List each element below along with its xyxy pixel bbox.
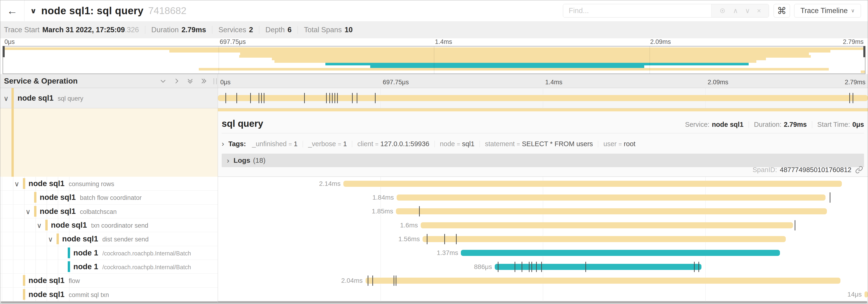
prev-match-icon[interactable]: ∧ xyxy=(733,7,738,14)
scrollbar-thumb[interactable] xyxy=(1,301,867,303)
span-bar[interactable] xyxy=(495,264,702,270)
trace-view-select[interactable]: Trace Timeline ∨ xyxy=(794,4,861,18)
minimap-left-handle[interactable] xyxy=(3,46,5,57)
log-marker-tick xyxy=(830,192,830,203)
divider xyxy=(145,26,145,34)
minimap-gridline xyxy=(434,46,434,73)
next-match-icon[interactable]: ∨ xyxy=(745,7,750,14)
tag-item: user=root xyxy=(603,140,636,148)
axis-tick-label: 2.79ms xyxy=(845,79,865,86)
span-tree-item[interactable]: ∨node sql1txn coordinator send xyxy=(0,218,218,232)
chevron-down-icon: ∨ xyxy=(851,8,855,14)
chevron-down-icon[interactable]: ∨ xyxy=(48,235,53,243)
span-timeline-cell: 1.84ms xyxy=(218,191,868,204)
collapse-one-icon[interactable] xyxy=(159,77,167,85)
span-bar[interactable] xyxy=(421,222,793,228)
span-bar[interactable] xyxy=(343,181,842,187)
span-bar[interactable] xyxy=(218,95,868,101)
span-tree-item[interactable]: node sql1commit sql txn xyxy=(0,288,218,301)
axis-tick-label: 1.4ms xyxy=(545,79,562,86)
trace-info-label: Depth xyxy=(265,26,285,34)
trace-info-label: Duration xyxy=(151,26,179,34)
log-marker-tick xyxy=(357,93,358,103)
collapse-trace-icon[interactable]: ∨ xyxy=(30,6,37,15)
span-tree-item[interactable]: ∨node sql1consuming rows xyxy=(0,177,218,191)
logs-toggle[interactable]: › Logs (18) xyxy=(222,154,864,167)
tags-row[interactable]: › Tags: _unfinished=1_verbose=1client=12… xyxy=(222,139,864,148)
span-tree-item[interactable]: ∨node sql1dist sender send xyxy=(0,232,218,246)
panel-divider[interactable] xyxy=(218,74,218,304)
collapse-all-icon[interactable] xyxy=(186,77,194,85)
locate-icon[interactable] xyxy=(719,7,726,14)
back-button[interactable]: ← xyxy=(0,0,25,21)
span-tree-item[interactable]: node 1/cockroach.roachpb.Internal/Batch xyxy=(0,260,218,274)
chevron-down-icon[interactable]: ∨ xyxy=(3,94,9,102)
minimap-canvas[interactable] xyxy=(3,46,865,74)
service-operation-header: Service & Operation xyxy=(0,74,218,88)
expand-tags-icon[interactable]: › xyxy=(222,139,224,148)
selected-span-bar-strip xyxy=(218,108,868,111)
expand-all-icon[interactable] xyxy=(200,77,208,85)
span-bar[interactable] xyxy=(366,278,841,284)
span-id-row: SpanID: 4877749850101760812 xyxy=(753,166,863,174)
span-tree-item[interactable]: node sql1flow xyxy=(0,274,218,288)
chevron-down-icon[interactable]: ∨ xyxy=(14,180,20,188)
tag-item: _verbose=1 xyxy=(308,140,347,148)
divider xyxy=(212,26,212,34)
log-marker-tick xyxy=(258,93,259,103)
equals-sign: = xyxy=(619,141,622,147)
span-tree-item-sql-query[interactable]: ∨ node sql1 sql query xyxy=(0,88,218,108)
log-marker-tick xyxy=(368,275,368,286)
minimap-right-handle[interactable] xyxy=(863,46,865,57)
clear-find-icon[interactable]: × xyxy=(757,7,761,14)
span-detail-card: sql query Service:node sql1 Duration:2.7… xyxy=(218,111,868,177)
tag-item: statement=SELECT * FROM users xyxy=(485,140,593,148)
span-tree-item[interactable]: node 1/cockroach.roachpb.Internal/Batch xyxy=(0,246,218,260)
axis-tick-label: 697.75μs xyxy=(383,79,409,86)
log-marker-tick xyxy=(352,93,353,103)
span-row: node 1/cockroach.roachpb.Internal/Batch1… xyxy=(0,246,868,260)
expand-one-icon[interactable] xyxy=(173,77,180,85)
span-bar[interactable] xyxy=(396,208,827,214)
tag-item: client=127.0.0.1:59936 xyxy=(358,140,429,148)
span-row: ∨node sql1txn coordinator send1.6ms xyxy=(0,218,868,232)
link-icon[interactable] xyxy=(855,166,863,174)
log-marker-tick xyxy=(394,275,394,286)
operation-name: consuming rows xyxy=(69,180,114,188)
equals-sign: = xyxy=(457,141,460,147)
span-bar[interactable] xyxy=(397,195,826,201)
minimap-gridline xyxy=(219,46,219,73)
minimap-span-bar xyxy=(239,55,810,58)
operation-name: colbatchscan xyxy=(80,208,117,215)
duration-label: Duration: xyxy=(754,121,782,128)
chevron-down-icon[interactable]: ∨ xyxy=(37,221,42,230)
find-input[interactable] xyxy=(563,4,711,17)
service-accent-bar xyxy=(68,247,70,258)
tag-key: user xyxy=(603,140,616,148)
trace-info-value: March 31 2022, 17:25:09 xyxy=(42,26,125,34)
log-marker-tick xyxy=(225,93,226,103)
command-icon: ⌘ xyxy=(777,5,786,16)
span-bar[interactable] xyxy=(461,250,780,256)
span-bar[interactable] xyxy=(423,236,786,242)
keyboard-shortcuts-button[interactable]: ⌘ xyxy=(774,4,790,18)
selected-span-left-panel xyxy=(0,108,218,177)
axis-tick-label: 0μs xyxy=(4,38,15,45)
chevron-down-icon[interactable]: ∨ xyxy=(26,208,31,216)
panel-resize-handle[interactable] xyxy=(214,78,217,84)
service-accent-bar xyxy=(11,108,14,177)
service-name: node sql1 xyxy=(40,193,76,202)
log-marker-tick xyxy=(332,93,333,103)
span-detail-title: sql query xyxy=(222,119,263,129)
span-row: node sql1flow2.04ms xyxy=(0,274,868,288)
log-marker-tick xyxy=(337,93,338,103)
service-accent-bar xyxy=(23,178,25,189)
top-bar: ← ∨ node sql1: sql query 7418682 ∧ ∨ × ⌘ xyxy=(0,0,868,21)
span-bar[interactable] xyxy=(865,292,868,298)
span-id-value: 4877749850101760812 xyxy=(780,166,851,174)
log-marker-tick xyxy=(264,93,265,103)
span-tree-item[interactable]: ∨node sql1colbatchscan xyxy=(0,205,218,218)
span-tree-item[interactable]: node sql1batch flow coordinator xyxy=(0,191,218,204)
span-label-line: node sql1flow xyxy=(29,276,80,285)
minimap-span-bar xyxy=(240,53,809,55)
